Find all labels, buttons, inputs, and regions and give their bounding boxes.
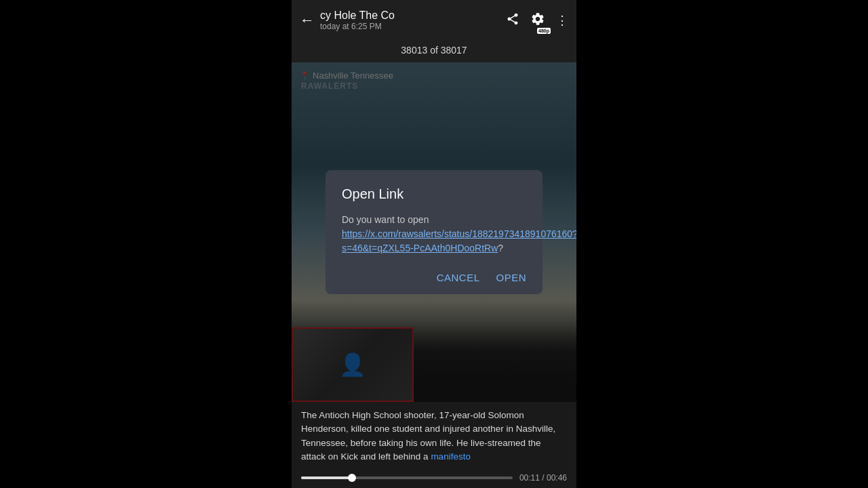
header-right: 480p ⋮: [506, 12, 568, 30]
description-text: The Antioch High School shooter, 17-year…: [301, 410, 555, 462]
progress-fill: [301, 476, 352, 479]
dialog-title: Open Link: [342, 186, 526, 202]
header: ← cy Hole The Co today at 6:25 PM 480p: [292, 0, 576, 41]
progress-area: 00:11 / 00:46: [292, 468, 576, 488]
dialog-actions: Cancel Open: [342, 272, 526, 283]
header-title: cy Hole The Co today at 6:25 PM: [320, 9, 395, 31]
counter-bar: 38013 of 38017: [292, 41, 576, 62]
progress-handle[interactable]: [348, 474, 356, 482]
header-left: ← cy Hole The Co today at 6:25 PM: [300, 9, 395, 31]
dialog-body: Do you want to open https://x.com/rawsal…: [342, 213, 526, 256]
open-button[interactable]: Open: [496, 272, 526, 283]
cancel-button[interactable]: Cancel: [437, 272, 480, 283]
progress-time: 00:11 / 00:46: [519, 473, 567, 483]
progress-bar[interactable]: [301, 476, 513, 479]
post-time: today at 6:25 PM: [320, 22, 382, 31]
dialog-overlay: Open Link Do you want to open https://x.…: [292, 62, 576, 402]
dialog-link[interactable]: https://x.com/rawsalerts/status/18821973…: [342, 228, 576, 253]
manifesto-link[interactable]: manifesto: [431, 451, 471, 462]
more-options-icon[interactable]: ⋮: [556, 13, 568, 28]
dialog-body-prefix: Do you want to open: [342, 214, 429, 225]
counter-text: 38013 of 38017: [401, 45, 467, 56]
share-icon[interactable]: [506, 12, 519, 29]
back-button[interactable]: ←: [300, 12, 315, 29]
open-link-dialog: Open Link Do you want to open https://x.…: [326, 170, 542, 294]
settings-icon[interactable]: 480p: [530, 12, 545, 30]
video-area[interactable]: 📍 Nashville Tennessee RAWALERTS 👤 Open L…: [292, 62, 576, 402]
description-area: The Antioch High School shooter, 17-year…: [292, 402, 576, 468]
channel-title: cy Hole The Co: [320, 9, 395, 22]
phone-container: ← cy Hole The Co today at 6:25 PM 480p: [292, 0, 576, 488]
dialog-body-suffix: ?: [498, 243, 503, 253]
quality-badge: 480p: [537, 28, 551, 34]
